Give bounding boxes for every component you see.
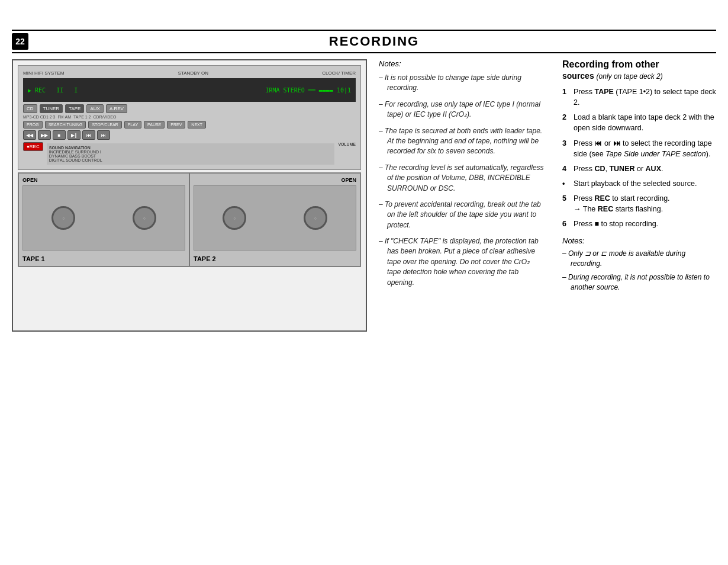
notes-heading: Notes:	[379, 59, 545, 68]
rec-from-subtitle: sources (only on tape deck 2)	[562, 71, 716, 81]
sound-controls-row: ●REC SOUND NAVIGATION INCREDIBLE SURROUN…	[23, 142, 356, 165]
device-brand-row: MINI HIFI SYSTEM STANDBY ON CLOCK/ TIMER	[23, 70, 356, 76]
notes-section: Notes: It is not possible to change tape…	[379, 59, 550, 332]
rew-button[interactable]: ◀◀	[23, 130, 36, 140]
source-labels: MP3-CD CD1·2·3 FM·AM TAPE 1·2 CDR/VIDEO	[23, 115, 356, 119]
open2-button[interactable]: OPEN	[194, 177, 356, 183]
note-item-3: The tape is secured at both ends with le…	[379, 126, 545, 157]
rec-notes-list: Only ⊐ or ⊏ mode is available during rec…	[562, 249, 716, 292]
tape-button[interactable]: TAPE	[65, 104, 84, 113]
reel-2a: ○	[223, 206, 246, 230]
standby-label: STANDBY ON	[178, 70, 208, 76]
aux-button[interactable]: AUX	[86, 104, 103, 113]
cdr-label: CDR/VIDEO	[93, 115, 116, 119]
step-text-3: Press ⏮ or ⏭ to select the recording tap…	[574, 138, 716, 159]
tape-deck-2: OPEN ○ ○ TAPE 2	[189, 173, 360, 267]
rec-step-bullet: • Start playback of the selected source.	[562, 178, 716, 189]
note-item-5: To prevent accidental recording, break o…	[379, 200, 545, 230]
device-image-box: MINI HIFI SYSTEM STANDBY ON CLOCK/ TIMER…	[12, 59, 367, 332]
page-title: RECORDING	[32, 34, 716, 49]
rec-note-2: During recording, it is not possible to …	[562, 272, 716, 293]
pause-button[interactable]: PAUSE	[144, 121, 165, 129]
display-sub: IRMA STEREO ══ ▬▬▬▬ 10|1	[266, 87, 352, 94]
note-item-1: It is not possible to change tape side d…	[379, 73, 545, 94]
step-text-bullet: Start playback of the selected source.	[574, 178, 697, 189]
play-button[interactable]: PLAY	[124, 121, 141, 129]
rec-subtitle-text: sources	[562, 71, 594, 81]
recording-section: Recording from other sources (only on ta…	[562, 59, 716, 332]
page-title-row: 22 RECORDING	[12, 30, 716, 53]
device-top: MINI HIFI SYSTEM STANDBY ON CLOCK/ TIMER…	[18, 65, 361, 170]
step-num-3: 3	[562, 138, 571, 159]
prog-button[interactable]: PROG	[23, 121, 43, 129]
device-section: MINI HIFI SYSTEM STANDBY ON CLOCK/ TIMER…	[12, 59, 367, 332]
step-text-1: Press TAPE (TAPE 1•2) to select tape dec…	[574, 86, 716, 108]
rec-step-3: 3 Press ⏮ or ⏭ to select the recording t…	[562, 138, 716, 159]
step-num-1: 1	[562, 86, 571, 108]
rec-step-5: 5 Press REC to start recording.→ The REC…	[562, 193, 716, 214]
main-content: MINI HIFI SYSTEM STANDBY ON CLOCK/ TIMER…	[12, 59, 716, 332]
next-button[interactable]: NEXT	[188, 121, 206, 129]
tape12-label: TAPE 1·2	[73, 115, 91, 119]
stop-button[interactable]: ■	[53, 130, 66, 140]
step-num-2: 2	[562, 112, 571, 133]
rec-step-2: 2 Load a blank tape into tape deck 2 wit…	[562, 112, 716, 133]
rec-steps-list: 1 Press TAPE (TAPE 1•2) to select tape d…	[562, 86, 716, 229]
open1-button[interactable]: OPEN	[22, 177, 185, 183]
display-text: ▶ REC II I	[28, 87, 78, 94]
step-num-bullet: •	[562, 178, 571, 189]
step-num-4: 4	[562, 163, 571, 174]
fm-am-label: FM·AM	[57, 115, 71, 119]
tape1-label: TAPE 1	[22, 255, 45, 262]
clock-label: CLOCK/ TIMER	[322, 70, 356, 76]
step-text-4: Press CD, TUNER or AUX.	[574, 163, 663, 174]
note-item-2: For recording, use only tape of IEC type…	[379, 99, 545, 120]
cd-button[interactable]: CD	[23, 104, 37, 113]
page-container: 22 RECORDING MINI HIFI SYSTEM STANDBY ON…	[12, 12, 716, 332]
a-rev-button[interactable]: A.REV	[106, 104, 127, 113]
rec-step-6: 6 Press ■ to stop recording.	[562, 219, 716, 229]
rec-notes-heading: Notes:	[562, 236, 716, 245]
reel-1a: ○	[51, 206, 75, 230]
step-text-6: Press ■ to stop recording.	[574, 219, 658, 229]
reel-1b: ○	[133, 206, 156, 230]
step-text-2: Load a blank tape into tape deck 2 with …	[574, 112, 716, 133]
ff-button[interactable]: ▶▶	[38, 130, 51, 140]
page-number: 22	[12, 33, 28, 50]
skip-prev-button[interactable]: ⏮	[82, 130, 95, 140]
note-item-6: If "CHECK TAPE" is displayed, the protec…	[379, 236, 545, 288]
rec-step-4: 4 Press CD, TUNER or AUX.	[562, 163, 716, 174]
rec-subtitle-note: (only on tape deck 2)	[597, 72, 663, 81]
sound-nav: SOUND NAVIGATION INCREDIBLE SURROUND I D…	[49, 146, 102, 162]
reel-2b: ○	[304, 206, 327, 230]
source-buttons-row: CD TUNER TAPE AUX A.REV	[23, 104, 356, 113]
play-tran-button[interactable]: ▶‖	[67, 130, 80, 140]
transport-row: ◀◀ ▶▶ ■ ▶‖ ⏮ ⏭	[23, 130, 356, 140]
tape-decks: OPEN ○ ○ TAPE 1 OPEN ○ ○ TAPE 2	[18, 172, 361, 267]
sound-controls: SOUND NAVIGATION INCREDIBLE SURROUND I D…	[47, 143, 335, 165]
tape-reel-area-1: ○ ○	[22, 185, 185, 251]
tape-reel-area-2: ○ ○	[194, 185, 356, 251]
tape2-label: TAPE 2	[194, 255, 216, 262]
tuner-button[interactable]: TUNER	[40, 104, 63, 113]
search-prog-row: PROG SEARCH TUNING STOP/CLEAR PLAY PAUSE…	[23, 121, 356, 129]
step-text-5: Press REC to start recording.→ The REC s…	[574, 193, 670, 214]
step-num-6: 6	[562, 219, 571, 229]
step-num-5: 5	[562, 193, 571, 214]
stop-clear-button[interactable]: STOP/CLEAR	[88, 121, 121, 129]
brand-label: MINI HIFI SYSTEM	[23, 70, 64, 76]
skip-next-button[interactable]: ⏭	[97, 130, 110, 140]
rec-button[interactable]: ●REC	[23, 142, 43, 151]
rec-from-title: Recording from other	[562, 59, 716, 70]
display-area: ▶ REC II I IRMA STEREO ══ ▬▬▬▬ 10|1	[23, 78, 356, 102]
note-item-4: The recording level is set automatically…	[379, 163, 545, 194]
volume-label: VOLUME	[338, 142, 356, 146]
search-tune-button[interactable]: SEARCH TUNING	[45, 121, 86, 129]
rec-step-1: 1 Press TAPE (TAPE 1•2) to select tape d…	[562, 86, 716, 108]
rec-note-1: Only ⊐ or ⊏ mode is available during rec…	[562, 249, 716, 269]
notes-list: It is not possible to change tape side d…	[379, 73, 545, 288]
mp3-label: MP3-CD CD1·2·3	[23, 115, 55, 119]
prev-button[interactable]: PREV	[167, 121, 185, 129]
tape-deck-1: OPEN ○ ○ TAPE 1	[18, 173, 189, 267]
